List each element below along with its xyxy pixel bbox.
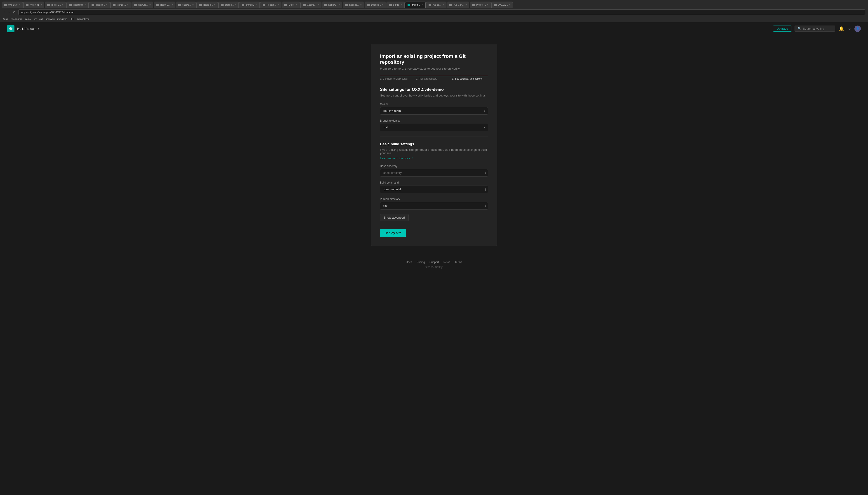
base-dir-group: Base directory ℹ: [380, 165, 488, 176]
bookmark-wappalyzer[interactable]: Wappalyzer: [77, 18, 89, 20]
tab-dash2[interactable]: Dashbo... ×: [364, 2, 386, 8]
site-settings-desc: Get more control over how Netlify builds…: [380, 94, 488, 97]
tab-vuecon[interactable]: Vue Con... ×: [447, 2, 469, 8]
footer-link-docs[interactable]: Docs: [406, 261, 412, 264]
base-dir-info-icon[interactable]: ℹ: [484, 171, 486, 175]
tab-github[interactable]: capti/p... ×: [176, 2, 196, 8]
tab-crafts1[interactable]: craftsd... ×: [218, 2, 239, 8]
refresh-button[interactable]: ↺: [12, 10, 17, 15]
tab-remix[interactable]: Remix ... ×: [110, 2, 131, 8]
team-name-button[interactable]: He Lin's team ▾: [17, 27, 39, 31]
tab-favicon: [449, 4, 452, 6]
build-cmd-input[interactable]: [380, 186, 488, 193]
bookmark-apps[interactable]: Apps: [3, 18, 8, 20]
bookmark-wy[interactable]: wy: [34, 18, 37, 20]
search-bar[interactable]: 🔍 Search anything: [795, 25, 835, 32]
tab-favicon: [26, 4, 29, 6]
tab-favicon: [389, 4, 392, 6]
tab-expo[interactable]: Expo ×: [282, 2, 300, 8]
owner-select-wrapper: He Lin's team ▾: [380, 107, 488, 115]
publish-dir-group: Publish directory ℹ: [380, 198, 488, 209]
tab-vuecu[interactable]: vue-cu... ×: [426, 2, 446, 8]
avatar[interactable]: 👤: [854, 25, 861, 32]
tab-favicon: [345, 4, 348, 6]
tab-favicon: [408, 4, 410, 6]
learn-more-text: Learn more in the docs: [380, 157, 410, 160]
tab-favicon: [69, 4, 72, 6]
tab-favicon: [367, 4, 370, 6]
tab-reacth[interactable]: React h... ×: [260, 2, 282, 8]
tab-favicon: [472, 4, 475, 6]
branch-field-group: Branch to deploy main ▾: [380, 119, 488, 131]
publish-dir-input[interactable]: [380, 202, 488, 209]
tab-favicon: [156, 4, 159, 6]
tab-reactd[interactable]: React D... ×: [154, 2, 175, 8]
tab-surge[interactable]: Surge ×: [387, 2, 405, 8]
publish-dir-info-icon[interactable]: ℹ: [484, 204, 486, 208]
tab-album[interactable]: 图册 | V... ×: [45, 2, 66, 8]
tab-import[interactable]: Import ... ×: [405, 2, 426, 8]
show-advanced-button[interactable]: Show advanced: [380, 214, 409, 221]
app-header: He Lin's team ▾ Upgrade 🔍 Search anythin…: [0, 22, 868, 35]
tab-bar: flyio-起步 × 小程序#1 × 图册 | V... × React组件 ×…: [0, 0, 868, 8]
step-1-bar: [380, 76, 416, 76]
notifications-button[interactable]: 🔔: [838, 25, 845, 32]
step-2: 2. Pick a repository: [416, 76, 452, 80]
tab-favicon: [221, 4, 224, 6]
bookmark-bookmarks[interactable]: Bookmarks: [11, 18, 22, 20]
tab-crafts2[interactable]: craftsd... ×: [239, 2, 259, 8]
import-card: Import an existing project from a Git re…: [371, 44, 497, 246]
upgrade-button[interactable]: Upgrade: [773, 25, 792, 32]
tab-favicon: [263, 4, 266, 6]
bookmark-cnd[interactable]: cnd: [39, 18, 43, 20]
bookmark-fed[interactable]: FED: [70, 18, 74, 20]
netlify-logo: [7, 25, 15, 32]
bookmark-knowyou[interactable]: knowyou: [46, 18, 54, 20]
build-cmd-info-icon[interactable]: ℹ: [484, 188, 486, 191]
footer-link-pricing[interactable]: Pricing: [416, 261, 425, 264]
owner-field-group: Owner He Lin's team ▾: [380, 103, 488, 115]
help-button[interactable]: ○: [847, 25, 852, 32]
tab-deploy[interactable]: Deploy... ×: [322, 2, 342, 8]
footer-link-support[interactable]: Support: [429, 261, 439, 264]
tab-dash1[interactable]: Dashbo... ×: [343, 2, 364, 8]
owner-label: Owner: [380, 103, 488, 106]
branch-select[interactable]: main: [380, 124, 488, 131]
address-bar[interactable]: [18, 10, 865, 15]
bookmark-minigame[interactable]: minigame: [57, 18, 67, 20]
back-button[interactable]: ‹: [3, 10, 6, 15]
step-2-bar: [416, 76, 452, 76]
step-1: 1. Connect to Git provider: [380, 76, 416, 80]
base-dir-input[interactable]: [380, 169, 488, 176]
tab-getting[interactable]: Getting... ×: [301, 2, 321, 8]
tab-alibaba[interactable]: alibaba... ×: [89, 2, 110, 8]
footer-link-terms[interactable]: Terms: [455, 261, 462, 264]
owner-select[interactable]: He Lin's team: [380, 107, 488, 115]
search-icon: 🔍: [798, 27, 801, 30]
base-dir-input-wrapper: ℹ: [380, 169, 488, 176]
tab-react[interactable]: React组件 ×: [66, 2, 89, 8]
tab-flyio[interactable]: flyio-起步 ×: [2, 2, 23, 8]
tab-favicon: [324, 4, 327, 6]
tab-notanon[interactable]: Not Ano... ×: [132, 2, 153, 8]
page-title: Import an existing project from a Git re…: [380, 53, 488, 65]
page-subtitle: From zero to hero, three easy steps to g…: [380, 67, 488, 70]
branch-label: Branch to deploy: [380, 119, 488, 122]
tab-favicon: [91, 4, 94, 6]
base-dir-label: Base directory: [380, 165, 488, 168]
footer: Docs Pricing Support News Terms © 2022 N…: [0, 255, 868, 274]
bookmark-qianxx[interactable]: qianxx: [24, 18, 31, 20]
tab-miniprogram[interactable]: 小程序#1 ×: [23, 2, 44, 8]
tab-oxxd[interactable]: OXXD/v... ×: [491, 2, 513, 8]
tab-favicon: [242, 4, 244, 6]
external-link-icon: ↗: [411, 157, 413, 160]
deploy-site-button[interactable]: Deploy site: [380, 229, 406, 237]
tab-project[interactable]: Project ... ×: [470, 2, 491, 8]
footer-link-news[interactable]: News: [443, 261, 450, 264]
tab-notes[interactable]: Notes o... ×: [197, 2, 218, 8]
learn-more-link[interactable]: Learn more in the docs ↗: [380, 157, 413, 160]
publish-dir-input-wrapper: ℹ: [380, 202, 488, 209]
footer-copyright: © 2022 Netlify: [425, 266, 443, 269]
build-settings-title: Basic build settings: [380, 142, 488, 146]
forward-button[interactable]: ›: [7, 10, 11, 15]
